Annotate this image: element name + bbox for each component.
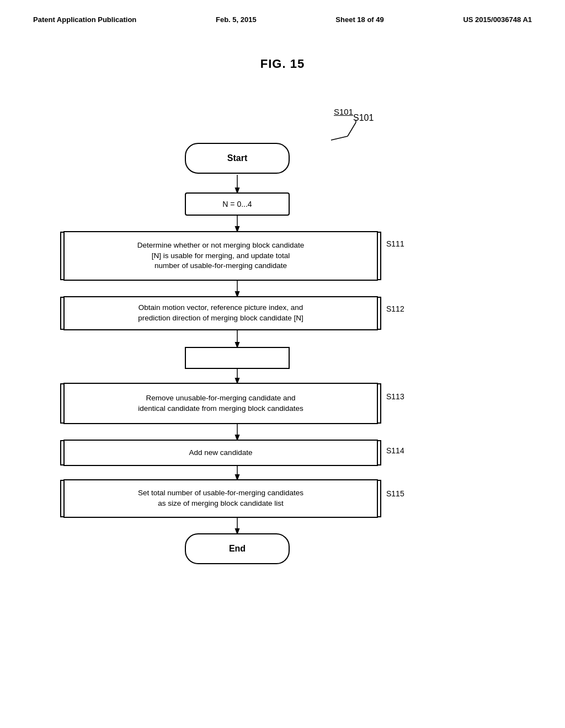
- s113-text: Remove unusable-for-merging candidate an…: [76, 393, 366, 414]
- s101-step-label: S101: [334, 107, 353, 116]
- s114-label: S114: [386, 446, 404, 455]
- header-left: Patent Application Publication: [33, 15, 136, 24]
- svg-line-1: [348, 122, 356, 136]
- empty-process-box: [185, 347, 290, 369]
- s112-label: S112: [386, 304, 404, 313]
- end-box: End: [185, 533, 290, 564]
- loop-box: N = 0...4: [185, 192, 290, 216]
- start-box: Start: [185, 143, 290, 174]
- s112-text: Obtain motion vector, reference picture …: [76, 303, 366, 324]
- flowchart-diagram: S101 S101 Start: [0, 77, 565, 683]
- header-right: US 2015/0036748 A1: [463, 15, 532, 24]
- header-date: Feb. 5, 2015: [216, 15, 257, 24]
- s111-text: Determine whether or not merging block c…: [76, 240, 366, 272]
- step-s115-box: Set total number of usable-for-merging c…: [63, 479, 378, 518]
- s101-label: S101: [353, 113, 374, 122]
- s111-label: S111: [386, 239, 404, 248]
- step-s111-box: Determine whether or not merging block c…: [63, 231, 378, 281]
- header-sheet: Sheet 18 of 49: [335, 15, 383, 24]
- step-s113-box: Remove unusable-for-merging candidate an…: [63, 383, 378, 424]
- svg-line-2: [331, 136, 348, 140]
- s114-text: Add new candidate: [76, 448, 366, 458]
- step-s114-box: Add new candidate: [63, 440, 378, 466]
- start-label: Start: [227, 153, 247, 163]
- s115-label: S115: [386, 489, 404, 498]
- loop-label: N = 0...4: [222, 200, 252, 208]
- step-s112-box: Obtain motion vector, reference picture …: [63, 296, 378, 330]
- s115-text: Set total number of usable-for-merging c…: [76, 488, 366, 509]
- end-label: End: [229, 544, 246, 554]
- s113-label: S113: [386, 392, 404, 401]
- fig-title: FIG. 15: [0, 57, 565, 71]
